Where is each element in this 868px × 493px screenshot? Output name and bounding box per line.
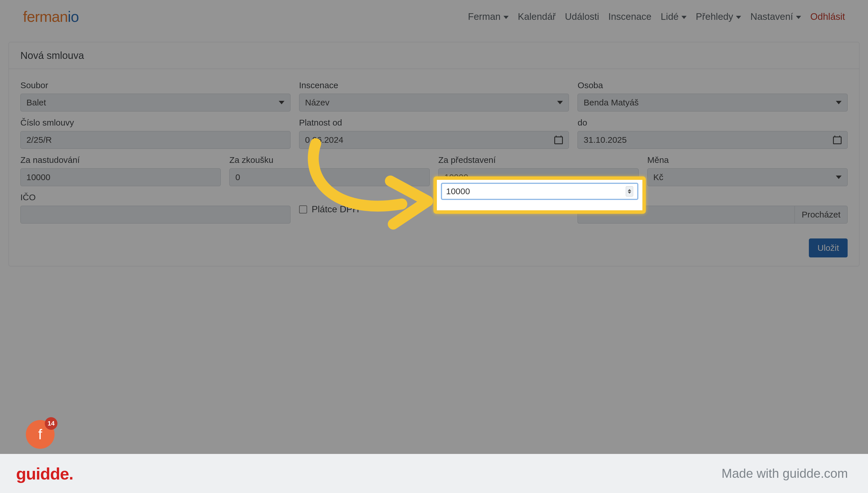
nav-kalendar[interactable]: Kalendář — [518, 11, 556, 22]
file-input[interactable] — [577, 206, 795, 223]
group-platnost-od: Platnost od 0 06.2024 — [299, 118, 569, 149]
chevron-down-icon — [836, 175, 842, 179]
card-title: Nová smlouva — [9, 42, 859, 69]
group-soubor: Soubor Balet — [20, 81, 291, 111]
input-ico[interactable] — [20, 206, 291, 223]
label-soubor: Soubor — [20, 81, 291, 90]
nav-udalosti[interactable]: Události — [565, 11, 599, 22]
save-button-label: Uložit — [818, 243, 839, 253]
input-do[interactable]: 31.10.2025 — [577, 131, 848, 149]
select-mena[interactable]: Kč — [647, 168, 848, 186]
nav-udalosti-label: Události — [565, 11, 599, 22]
label-cislo: Číslo smlouvy — [20, 118, 291, 128]
file-input-group: Procházet — [577, 206, 848, 223]
input-do-value: 31.10.2025 — [584, 135, 626, 145]
select-osoba[interactable]: Benda Matyáš — [577, 94, 848, 111]
label-mena: Měna — [647, 155, 848, 165]
form-card: Nová smlouva Soubor Balet Inscenace Náze… — [8, 42, 860, 266]
input-cislo-value: 2/25/R — [26, 135, 52, 145]
browse-button-label: Procházet — [802, 210, 841, 219]
chevron-down-icon — [279, 101, 284, 104]
group-scan: Scan (PDF) Procházet — [577, 192, 848, 223]
app-logo[interactable]: fermanio — [23, 8, 79, 25]
chat-bubble[interactable]: f 14 — [26, 420, 54, 449]
made-with-label: Made with guidde.com — [722, 466, 848, 481]
logo-part1: ferman — [23, 8, 68, 25]
group-osoba: Osoba Benda Matyáš — [577, 81, 848, 111]
group-mena: Měna Kč — [647, 155, 848, 186]
input-platnost-od[interactable]: 0 06.2024 — [299, 131, 569, 149]
nav-prehledy[interactable]: Přehledy — [696, 11, 741, 22]
select-osoba-value: Benda Matyáš — [584, 98, 639, 107]
group-za-zkousku: Za zkoušku 0 — [229, 155, 430, 186]
label-platnost-od: Platnost od — [299, 118, 569, 128]
input-cislo[interactable]: 2/25/R — [20, 131, 291, 149]
label-za-zkousku: Za zkoušku — [229, 155, 430, 165]
input-za-predstaveni-value: 10000 — [444, 172, 468, 182]
label-za-nastudovani: Za nastudování — [20, 155, 221, 165]
group-ico: IČO — [20, 192, 291, 223]
select-inscenace[interactable]: Název — [299, 94, 569, 111]
select-mena-value: Kč — [653, 172, 663, 182]
chat-badge-count: 14 — [45, 417, 58, 430]
nav-kalendar-label: Kalendář — [518, 11, 556, 22]
nav-ferman-label: Ferman — [468, 11, 501, 22]
label-za-predstaveni: Za představení — [438, 155, 639, 165]
chat-letter: f — [38, 426, 42, 443]
button-row: Uložit — [20, 230, 848, 257]
nav-logout[interactable]: Odhlásit — [810, 11, 845, 22]
chevron-down-icon — [503, 16, 509, 19]
logo-part2: io — [68, 8, 79, 25]
nav-prehledy-label: Přehledy — [696, 11, 733, 22]
select-soubor[interactable]: Balet — [20, 94, 291, 111]
label-ico: IČO — [20, 192, 291, 202]
select-soubor-value: Balet — [26, 98, 46, 107]
save-button[interactable]: Uložit — [809, 238, 848, 257]
group-za-predstaveni: Za představení 10000 — [438, 155, 639, 186]
label-platce-dph: Plátce DPH — [312, 204, 359, 215]
chevron-down-icon — [557, 101, 563, 104]
input-za-nastudovani-value: 10000 — [26, 172, 50, 182]
input-za-zkousku-value: 0 — [235, 172, 240, 182]
group-platce-dph: Plátce DPH — [299, 192, 569, 223]
calendar-icon — [554, 135, 563, 144]
label-inscenace: Inscenace — [299, 81, 569, 90]
guidde-bar: guidde. Made with guidde.com — [0, 454, 868, 493]
nav-items: Ferman Kalendář Události Inscenace Lidé … — [468, 11, 845, 22]
guidde-logo: guidde. — [16, 464, 73, 483]
nav-lide[interactable]: Lidé — [661, 11, 687, 22]
label-do: do — [577, 118, 848, 128]
input-za-predstaveni[interactable]: 10000 — [438, 168, 639, 186]
nav-inscenace[interactable]: Inscenace — [608, 11, 651, 22]
nav-nastaveni-label: Nastavení — [750, 11, 793, 22]
nav-lide-label: Lidé — [661, 11, 679, 22]
nav-ferman[interactable]: Ferman — [468, 11, 509, 22]
checkbox-platce-dph[interactable]: Plátce DPH — [299, 192, 569, 215]
group-do: do 31.10.2025 — [577, 118, 848, 149]
nav-nastaveni[interactable]: Nastavení — [750, 11, 801, 22]
group-cislo: Číslo smlouvy 2/25/R — [20, 118, 291, 149]
input-platnost-od-value: 0 06.2024 — [305, 135, 343, 145]
select-inscenace-value: Název — [305, 98, 329, 107]
nav-inscenace-label: Inscenace — [608, 11, 651, 22]
group-inscenace: Inscenace Název — [299, 81, 569, 111]
chevron-down-icon — [736, 16, 741, 19]
navbar: fermanio Ferman Kalendář Události Inscen… — [0, 0, 868, 33]
label-osoba: Osoba — [577, 81, 848, 90]
nav-logout-label: Odhlásit — [810, 11, 845, 22]
chevron-down-icon — [796, 16, 801, 19]
checkbox-icon — [299, 206, 307, 213]
group-za-nastudovani: Za nastudování 10000 — [20, 155, 221, 186]
input-za-zkousku[interactable]: 0 — [229, 168, 430, 186]
app-container: fermanio Ferman Kalendář Události Inscen… — [0, 0, 868, 454]
input-za-nastudovani[interactable]: 10000 — [20, 168, 221, 186]
label-scan: Scan (PDF) — [577, 192, 848, 202]
chevron-down-icon — [836, 101, 842, 104]
calendar-icon — [833, 135, 842, 144]
card-body: Soubor Balet Inscenace Název Osoba — [9, 69, 859, 266]
chevron-down-icon — [681, 16, 687, 19]
browse-button[interactable]: Procházet — [795, 206, 848, 223]
